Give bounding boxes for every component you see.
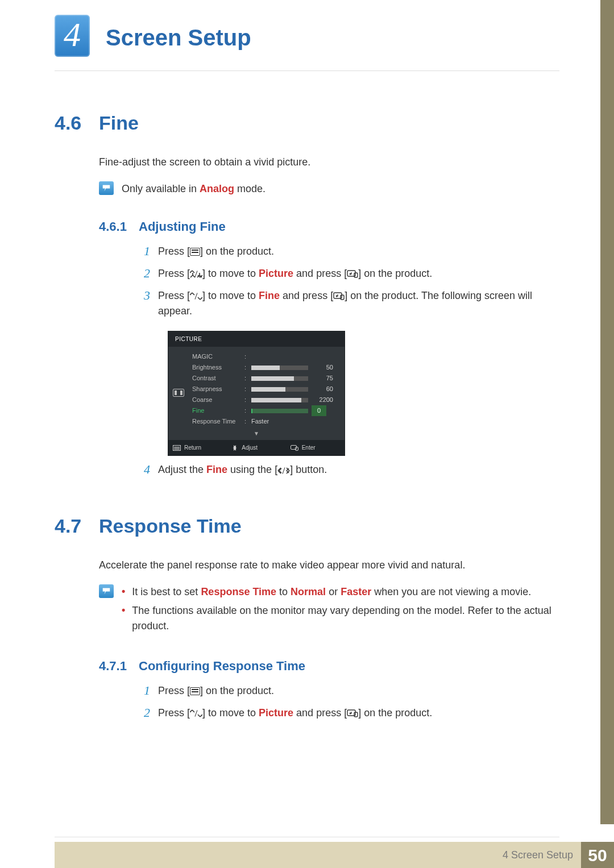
- step-number: 2: [139, 266, 150, 281]
- osd-return: Return: [168, 440, 227, 455]
- step-1-461: Press [] on the product.: [158, 244, 559, 259]
- section-number-47: 4.7: [55, 512, 99, 541]
- osd-row-magic: MAGIC:: [192, 351, 338, 362]
- note-icon: [99, 584, 114, 598]
- up-down-icon: [190, 292, 202, 300]
- step-4-461: Adjust the Fine using the [] button.: [158, 462, 559, 477]
- section-46-intro: Fine-adjust the screen to obtain a vivid…: [99, 155, 559, 170]
- header-divider: [55, 70, 559, 71]
- enter-icon: [347, 270, 358, 278]
- osd-scroll-down-icon: ▼: [168, 429, 345, 440]
- section-number-46: 4.6: [55, 109, 99, 138]
- footer-divider: [55, 837, 559, 837]
- enter-icon: [333, 292, 345, 300]
- step-2-471: Press [] to move to Picture and press []…: [158, 705, 559, 721]
- section-title-47: Response Time: [99, 512, 242, 541]
- up-down-icon: [190, 709, 202, 717]
- osd-row-fine: Fine:0: [192, 405, 338, 416]
- note-icon: [99, 181, 114, 195]
- osd-picture-menu: PICTURE MAGIC:Brightness:50Contrast:75Sh…: [168, 331, 345, 455]
- chapter-title: Screen Setup: [106, 20, 614, 55]
- osd-enter: Enter: [286, 440, 345, 455]
- note-47-line2: The functions available on the monitor m…: [132, 603, 559, 634]
- osd-row-response-time: Response Time:Faster: [192, 416, 338, 427]
- svg-rect-1: [354, 273, 358, 277]
- enter-icon: [347, 709, 358, 717]
- osd-row-brightness: Brightness:50: [192, 362, 338, 373]
- menu-icon: [190, 248, 200, 256]
- section-47-intro: Accelerate the panel response rate to ma…: [99, 558, 559, 573]
- subsection-number-471: 4.7.1: [99, 657, 139, 675]
- step-number: 2: [139, 705, 150, 721]
- osd-row-coarse: Coarse:2200: [192, 394, 338, 405]
- osd-category-icon: [173, 389, 184, 397]
- step-number: 4: [139, 462, 150, 477]
- osd-row-sharpness: Sharpness:60: [192, 384, 338, 394]
- left-right-icon: [277, 467, 290, 474]
- chapter-badge: 4: [55, 15, 90, 57]
- step-2-461: Press [] to move to Picture and press []…: [158, 266, 559, 281]
- subsection-number-461: 4.6.1: [99, 217, 139, 236]
- menu-icon: [190, 687, 200, 695]
- svg-rect-7: [354, 712, 358, 717]
- osd-title: PICTURE: [168, 331, 345, 347]
- step-3-461: Press [] to move to Fine and press [] on…: [158, 288, 559, 319]
- svg-rect-3: [341, 295, 344, 300]
- page-number: 50: [581, 842, 614, 868]
- chapter-number: 4: [64, 18, 81, 52]
- page-side-strip: [600, 0, 614, 824]
- note-47-line1: It is best to set Response Time to Norma…: [132, 584, 531, 600]
- bullet-dot: •: [122, 584, 125, 600]
- section-title-46: Fine: [99, 109, 139, 138]
- footer-strip: [55, 842, 503, 868]
- bullet-dot: •: [122, 603, 125, 634]
- note-text-46: Only available in Analog mode.: [122, 181, 559, 197]
- step-1-471: Press [] on the product.: [158, 683, 559, 699]
- footer-chapter-label: 4 Screen Setup: [503, 842, 581, 868]
- step-number: 1: [139, 683, 150, 699]
- subsection-title-461: Adjusting Fine: [139, 217, 226, 236]
- osd-row-contrast: Contrast:75: [192, 373, 338, 384]
- osd-adjust: Adjust: [227, 440, 285, 455]
- subsection-title-471: Configuring Response Time: [139, 657, 305, 675]
- step-number: 3: [139, 288, 150, 319]
- step-number: 1: [139, 244, 150, 259]
- up-down-icon: [190, 270, 202, 278]
